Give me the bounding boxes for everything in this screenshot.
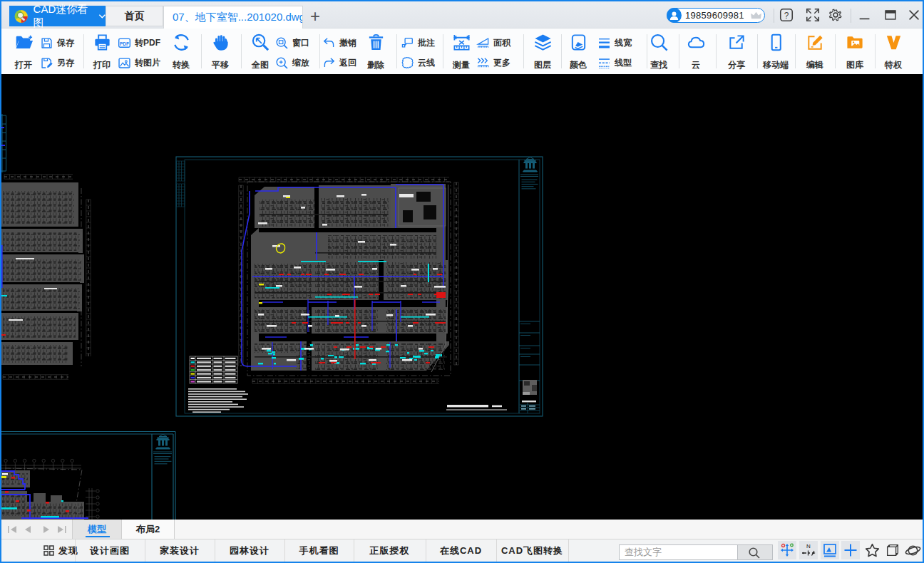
svg-text:N: N (806, 543, 811, 549)
svg-text:PDF: PDF (120, 41, 129, 46)
svg-text:?: ? (784, 11, 789, 21)
